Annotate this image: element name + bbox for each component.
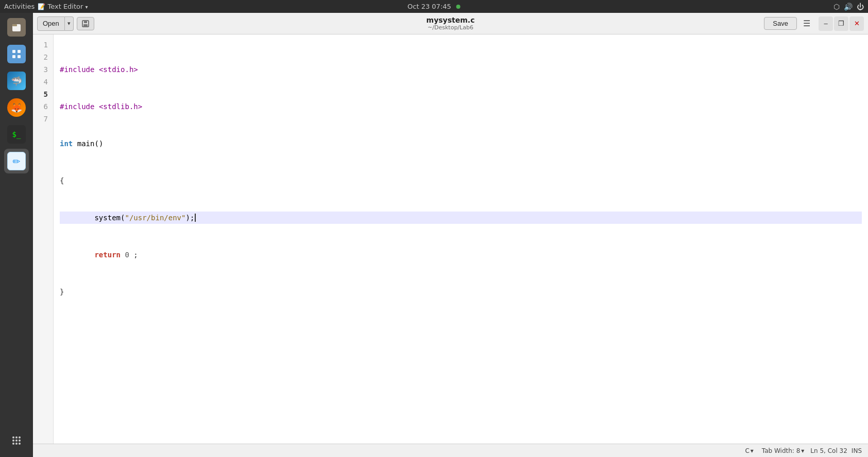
tab-width-label: Tab Width: 8 — [762, 447, 800, 454]
terminal-icon: $_ — [7, 125, 26, 144]
line-numbers: 1 2 3 4 5 6 7 — [33, 34, 54, 444]
maximize-button[interactable]: ❐ — [834, 16, 848, 31]
volume-icon[interactable]: 🔊 — [844, 3, 853, 11]
tab-width-selector[interactable]: Tab Width: 8 ▾ — [760, 447, 807, 455]
svg-rect-2 — [12, 50, 15, 53]
svg-point-12 — [12, 443, 14, 445]
grid-icon — [7, 45, 26, 63]
top-bar: Activities 📝 Text Editor ▾ Oct 23 07:45 … — [0, 0, 868, 13]
mode-label: INS — [852, 447, 862, 454]
save-button[interactable]: Save — [764, 17, 797, 30]
svg-rect-16 — [84, 21, 87, 23]
sidebar: 🦈 🦊 $_ ✏️ — [0, 13, 33, 457]
svg-point-10 — [15, 440, 18, 442]
toolbar: Open ▾ mysystem.c ~/Desktop/Lab6 Save ☰ — [33, 13, 868, 34]
app-name-label: 📝 Text Editor ▾ — [38, 3, 88, 10]
open-button[interactable]: Open — [37, 16, 65, 31]
status-bar: C ▾ Tab Width: 8 ▾ Ln 5, Col 32 INS — [33, 444, 868, 457]
code-line-1: #include <stdio.h> — [60, 63, 862, 76]
line-number-2: 2 — [37, 51, 48, 63]
line-number-7: 7 — [37, 113, 48, 125]
line-number-3: 3 — [37, 63, 48, 76]
activities-button[interactable]: Activities — [4, 3, 35, 10]
firefox-icon: 🦊 — [7, 98, 26, 117]
top-bar-left: Activities 📝 Text Editor ▾ — [4, 3, 88, 10]
toolbar-content: Open ▾ mysystem.c ~/Desktop/Lab6 Save ☰ — [37, 16, 864, 31]
svg-rect-4 — [12, 55, 15, 58]
sidebar-item-terminal[interactable]: $_ — [4, 122, 29, 147]
code-line-7: } — [60, 286, 862, 298]
open-button-group: Open ▾ — [37, 16, 74, 31]
minimize-button[interactable]: – — [819, 16, 833, 31]
network-icon[interactable]: ⬡ — [833, 3, 840, 11]
sidebar-item-showapps[interactable] — [4, 428, 29, 453]
svg-point-11 — [19, 440, 21, 442]
apps-icon — [7, 431, 26, 450]
code-line-5: system("/usr/bin/env"); — [60, 212, 862, 224]
code-line-4: { — [60, 174, 862, 187]
language-dropdown-arrow: ▾ — [751, 447, 754, 454]
svg-point-13 — [15, 443, 18, 445]
svg-point-14 — [19, 443, 21, 445]
close-button[interactable]: ✕ — [849, 16, 864, 31]
open-dropdown-arrow[interactable]: ▾ — [65, 16, 74, 31]
main-layout: 🦈 🦊 $_ ✏️ — [0, 13, 868, 457]
sidebar-item-files[interactable] — [4, 15, 29, 40]
svg-point-8 — [19, 436, 21, 438]
sidebar-item-texteditor[interactable]: ✏️ — [4, 149, 29, 173]
file-title-area: mysystem.c ~/Desktop/Lab6 — [427, 16, 475, 31]
svg-rect-5 — [18, 55, 21, 58]
sidebar-item-wireshark[interactable]: 🦈 — [4, 68, 29, 93]
insert-mode: INS — [852, 447, 862, 454]
code-line-3: int main() — [60, 137, 862, 150]
tab-width-dropdown-arrow: ▾ — [801, 447, 804, 454]
code-line-2: #include <stdlib.h> — [60, 100, 862, 113]
shark-icon: 🦈 — [7, 72, 26, 90]
top-bar-clock: Oct 23 07:45 — [407, 3, 461, 10]
svg-point-6 — [12, 436, 14, 438]
notification-dot — [456, 5, 461, 9]
language-label: C — [745, 447, 749, 454]
window-controls: – ❐ ✕ — [819, 16, 864, 31]
file-path: ~/Desktop/Lab6 — [427, 24, 475, 31]
svg-point-7 — [15, 436, 18, 438]
svg-point-9 — [12, 440, 14, 442]
line-number-4: 4 — [37, 76, 48, 88]
power-icon[interactable]: ⏻ — [857, 3, 864, 11]
cursor-position: Ln 5, Col 32 — [810, 447, 847, 454]
save-icon-button[interactable] — [77, 17, 94, 30]
svg-rect-1 — [12, 24, 17, 26]
files-icon — [7, 18, 26, 37]
line-number-5: 5 — [37, 88, 48, 100]
code-editor[interactable]: 1 2 3 4 5 6 7 #include <stdio.h> #includ… — [33, 34, 868, 444]
editor-icon: ✏️ — [7, 152, 26, 170]
editor-container: Open ▾ mysystem.c ~/Desktop/Lab6 Save ☰ — [33, 13, 868, 457]
menu-button[interactable]: ☰ — [799, 16, 814, 30]
svg-rect-17 — [83, 24, 88, 27]
file-name: mysystem.c — [427, 16, 475, 24]
code-content[interactable]: #include <stdio.h> #include <stdlib.h> i… — [54, 34, 868, 444]
system-tray: ⬡ 🔊 ⏻ — [833, 3, 864, 11]
cursor-pos-label: Ln 5, Col 32 — [810, 447, 847, 454]
line-number-6: 6 — [37, 100, 48, 113]
sidebar-item-appgrid[interactable] — [4, 42, 29, 66]
toolbar-right: Save ☰ – ❐ ✕ — [764, 16, 864, 31]
sidebar-item-firefox[interactable]: 🦊 — [4, 95, 29, 120]
line-number-1: 1 — [37, 39, 48, 51]
language-selector[interactable]: C ▾ — [743, 447, 755, 455]
code-line-6: return 0 ; — [60, 249, 862, 261]
svg-rect-3 — [18, 50, 21, 53]
